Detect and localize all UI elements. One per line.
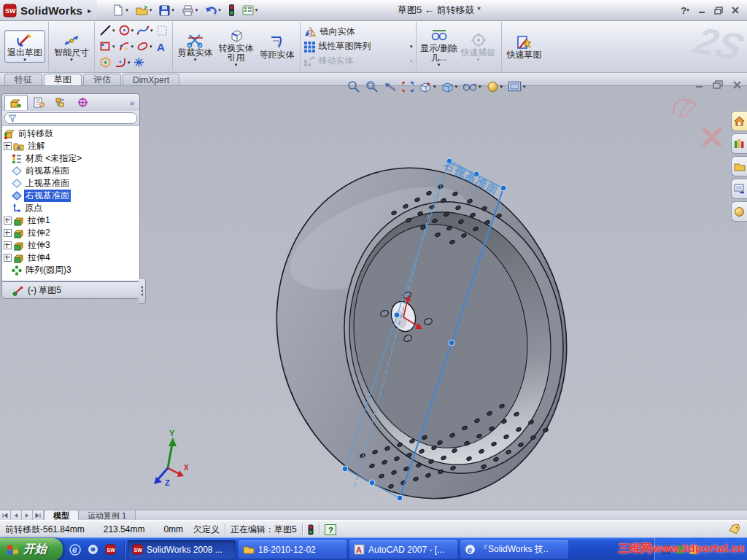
circle-tool-button[interactable]: ▾	[117, 24, 136, 36]
tree-item-extrude3[interactable]: 拉伸3	[2, 239, 139, 252]
quick-launch-solidworks-icon[interactable]: SW	[104, 543, 117, 556]
dropdown-arrow-icon[interactable]: ▾	[479, 85, 481, 89]
tree-item-circular-pattern[interactable]: 阵列(圆周)3	[2, 264, 139, 276]
dropdown-arrow-icon[interactable]: ▾	[125, 8, 128, 12]
expand-icon[interactable]	[4, 241, 12, 249]
arc-tool-button[interactable]: ▾	[117, 40, 136, 52]
trim-entities-button[interactable]: 剪裁实体 ▾	[176, 31, 215, 62]
display-delete-relations-button[interactable]: 显示/删除几... ▾	[419, 26, 459, 67]
help-status-icon[interactable]: ?	[325, 524, 336, 535]
active-sketch-row[interactable]: (-) 草图5	[1, 281, 140, 299]
start-button[interactable]: 开始	[0, 538, 63, 560]
previous-view-button[interactable]	[384, 81, 397, 93]
dropdown-arrow-icon[interactable]: ▾	[171, 8, 174, 12]
appearances-scenes-button[interactable]	[731, 201, 747, 222]
dropdown-arrow-icon[interactable]: ▾	[70, 58, 73, 62]
quick-launch-messenger-icon[interactable]	[86, 543, 99, 556]
dropdown-arrow-icon[interactable]: ▾	[150, 8, 152, 12]
mirror-entities-button[interactable]: 镜向实体	[303, 25, 413, 39]
tree-item-front-plane[interactable]: 前视基准面	[2, 165, 139, 177]
dropdown-arrow-icon[interactable]: ▾	[455, 85, 458, 89]
dropdown-arrow-icon[interactable]: ▾	[23, 58, 26, 62]
hide-show-items-button[interactable]: ▾	[462, 82, 481, 92]
tab-motion-study[interactable]: 运动算例 1	[79, 510, 136, 521]
tree-item-extrude1[interactable]: 拉伸1	[2, 214, 139, 227]
dropdown-arrow-icon[interactable]: ▾	[410, 44, 413, 49]
menu-expand-arrow-icon[interactable]: ▸	[88, 7, 91, 15]
graphics-area[interactable]: 右视基准面 Y X Z	[0, 85, 747, 510]
point-tool-button[interactable]	[132, 57, 146, 68]
tree-item-part[interactable]: 前转移鼓	[2, 128, 139, 140]
tab-sketch[interactable]: 草图	[44, 74, 82, 85]
tree-item-extrude4[interactable]: 拉伸4	[2, 252, 139, 264]
file-explorer-button[interactable]	[731, 156, 747, 176]
appearances-button[interactable]: ▾	[487, 81, 503, 93]
tab-scroll-prev-button[interactable]	[11, 510, 22, 521]
tab-scroll-next-button[interactable]	[22, 510, 33, 521]
tab-scroll-first-button[interactable]	[0, 510, 11, 521]
expand-icon[interactable]	[4, 254, 12, 262]
dropdown-arrow-icon[interactable]: ▾	[196, 8, 198, 12]
dropdown-arrow-icon[interactable]: ▾	[218, 8, 221, 12]
confirm-sketch-icon[interactable]	[673, 99, 696, 117]
dropdown-arrow-icon[interactable]: ▾	[235, 63, 238, 67]
performance-status-icon[interactable]	[308, 524, 314, 535]
sketch-text-button[interactable]: A	[154, 41, 169, 52]
convert-entities-button[interactable]: 转换实体引用 ▾	[215, 26, 258, 67]
view-palette-button[interactable]	[731, 179, 747, 199]
tab-dimxpert[interactable]: DimXpert	[123, 74, 179, 85]
spline-tool-button[interactable]: ▾	[135, 24, 155, 36]
dropdown-arrow-icon[interactable]: ▾	[438, 63, 441, 67]
expand-icon[interactable]	[4, 229, 12, 237]
dropdown-arrow-icon[interactable]: ▾	[128, 61, 131, 65]
tab-features[interactable]: 特征	[4, 74, 42, 85]
offset-entities-button[interactable]: 等距实体	[258, 33, 297, 60]
fillet-tool-button[interactable]: ▾	[113, 56, 132, 69]
polygon-tool-button[interactable]	[98, 56, 113, 69]
zoom-area-button[interactable]	[365, 80, 379, 93]
undo-button[interactable]: ▾	[203, 4, 223, 18]
doc-restore-button[interactable]	[711, 79, 725, 90]
task-pane-home-button[interactable]	[731, 111, 747, 131]
dropdown-arrow-icon[interactable]: ▾	[112, 44, 115, 49]
expand-chevron-icon[interactable]: »	[130, 98, 137, 107]
performance-button[interactable]	[226, 3, 237, 18]
expand-icon[interactable]	[4, 217, 12, 225]
tree-item-origin[interactable]: 原点	[2, 202, 139, 214]
taskbar-task-folder[interactable]: 18-2010-12-02	[239, 540, 347, 559]
dropdown-arrow-icon[interactable]: ▾	[150, 28, 153, 33]
dropdown-arrow-icon[interactable]: ▾	[131, 28, 134, 33]
doc-close-button[interactable]	[729, 79, 744, 90]
close-button[interactable]	[728, 4, 743, 17]
tab-configurationmanager[interactable]	[50, 96, 71, 110]
zoom-fit-button[interactable]	[347, 80, 360, 93]
panel-splitter-handle[interactable]	[139, 278, 146, 304]
tab-dimxpertmanager[interactable]	[71, 96, 93, 110]
display-style-button[interactable]: ▾	[441, 81, 458, 93]
dropdown-arrow-icon[interactable]: ▾	[686, 8, 689, 12]
tab-model[interactable]: 模型	[44, 510, 79, 521]
dropdown-arrow-icon[interactable]: ▾	[112, 28, 115, 33]
print-button[interactable]: ▾	[179, 4, 201, 18]
rectangle-tool-button[interactable]: ▾	[98, 40, 117, 52]
expand-icon[interactable]	[4, 142, 12, 150]
scene-button[interactable]: ▾	[508, 81, 526, 93]
taskbar-task-solidworks[interactable]: SW SolidWorks 2008 ...	[128, 540, 236, 559]
dropdown-arrow-icon[interactable]: ▾	[433, 85, 436, 89]
dropdown-arrow-icon[interactable]: ▾	[150, 44, 152, 49]
confirmation-corner[interactable]	[668, 93, 727, 150]
rapid-sketch-button[interactable]: 快速草图	[505, 33, 544, 60]
doc-minimize-button[interactable]	[692, 79, 706, 90]
filter-input[interactable]	[4, 112, 137, 124]
tree-item-material[interactable]: 材质 <未指定>	[2, 152, 139, 165]
tab-evaluate[interactable]: 评估	[83, 74, 121, 85]
dropdown-arrow-icon[interactable]: ▾	[500, 85, 503, 89]
open-button[interactable]: ▾	[133, 3, 155, 18]
tree-item-extrude2[interactable]: 拉伸2	[2, 227, 139, 239]
taskbar-task-browser[interactable]: e 『SolidWorks 技..	[460, 540, 568, 559]
dropdown-arrow-icon[interactable]: ▾	[255, 8, 258, 12]
quick-launch-ie-icon[interactable]: e	[69, 543, 82, 556]
solidworks-menu-logo[interactable]: SW SolidWorks ▸	[0, 0, 97, 20]
dropdown-arrow-icon[interactable]: ▾	[194, 58, 197, 62]
exit-sketch-button[interactable]: 退出草图 ▾	[4, 30, 45, 63]
